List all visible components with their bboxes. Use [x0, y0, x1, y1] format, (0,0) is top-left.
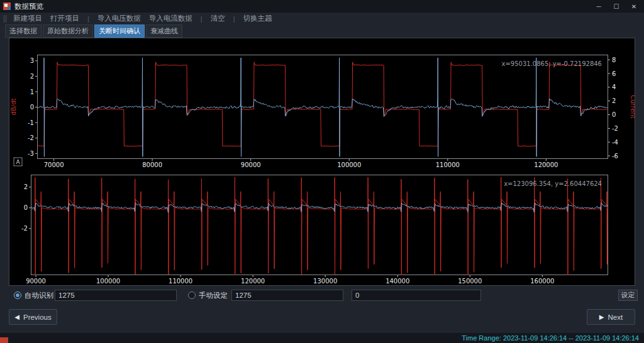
time-range-text: Time Range: 2023-11-09 14:26:14 -- 2023-… — [462, 334, 639, 342]
svg-text:x=95031.0865, y=-0.72192846: x=95031.0865, y=-0.72192846 — [502, 60, 602, 67]
set-button[interactable]: 设定 — [618, 290, 638, 301]
svg-text:0: 0 — [612, 111, 616, 118]
svg-text:0: 0 — [30, 104, 34, 111]
tab-decay-curve[interactable]: 衰减曲线 — [146, 24, 182, 38]
manual-set-radio[interactable] — [188, 291, 196, 299]
svg-text:dB/dt: dB/dt — [10, 99, 17, 116]
bottom-chart[interactable]: 9000010000011000012000013000014000015000… — [9, 168, 635, 285]
menu-separator: | — [201, 15, 203, 23]
svg-text:-1: -1 — [28, 119, 34, 126]
svg-text:120000: 120000 — [241, 278, 265, 285]
close-icon[interactable]: ✕ — [625, 0, 643, 13]
app-window: 数据预览 ─ ☐ ✕ 新建项目 打开项目 | 导入电压数据 导入电流数据 | 清… — [0, 0, 644, 343]
svg-text:90000: 90000 — [26, 278, 46, 285]
svg-text:110000: 110000 — [436, 161, 460, 168]
svg-text:150000: 150000 — [458, 278, 482, 285]
svg-text:A: A — [16, 159, 20, 165]
svg-text:100000: 100000 — [96, 278, 120, 285]
statusbar: Time Range: 2023-11-09 14:26:14 -- 2023-… — [0, 333, 644, 343]
tab-raw-analysis[interactable]: 原始数据分析 — [43, 24, 93, 38]
svg-text:6: 6 — [612, 70, 616, 77]
previous-button[interactable]: ◀ Previous — [9, 309, 57, 325]
svg-text:3: 3 — [30, 57, 34, 64]
tab-select-data[interactable]: 选择数据 — [5, 24, 42, 38]
menu-separator: | — [87, 15, 89, 23]
svg-text:0: 0 — [24, 204, 28, 211]
svg-text:-2: -2 — [21, 225, 28, 232]
next-arrow-icon: ▶ — [599, 313, 604, 320]
svg-text:-6: -6 — [612, 153, 618, 160]
window-controls: ─ ☐ ✕ — [590, 0, 643, 13]
menu-import-voltage[interactable]: 导入电压数据 — [97, 14, 141, 23]
taskbar-fragment-icon — [0, 337, 8, 343]
previous-arrow-icon: ◀ — [14, 313, 19, 320]
svg-text:140000: 140000 — [386, 278, 409, 285]
manual-set-input[interactable] — [231, 290, 343, 301]
svg-text:-4: -4 — [612, 139, 618, 146]
svg-text:130000: 130000 — [313, 278, 337, 285]
tab-off-time-confirm[interactable]: 关断时间确认 — [94, 24, 145, 38]
minimize-icon[interactable]: ─ — [590, 0, 608, 13]
svg-text:x=123096.354, y=2.60447624: x=123096.354, y=2.60447624 — [504, 180, 602, 187]
chart-panel: 7000080000900001000001100001200003210-1-… — [9, 38, 635, 286]
svg-text:110000: 110000 — [169, 278, 192, 285]
svg-text:8: 8 — [612, 57, 616, 63]
next-label: Next — [608, 313, 623, 321]
menubar: 新建项目 打开项目 | 导入电压数据 导入电流数据 | 清空 | 切换主题 — [0, 13, 644, 24]
tabbar: 选择数据 原始数据分析 关断时间确认 衰减曲线 — [5, 24, 182, 38]
window-title: 数据预览 — [14, 2, 43, 11]
app-icon — [3, 3, 11, 10]
menu-separator: | — [233, 15, 235, 23]
menu-new-project[interactable]: 新建项目 — [13, 14, 42, 23]
menu-open-project[interactable]: 打开项目 — [50, 14, 79, 23]
svg-text:70000: 70000 — [44, 161, 64, 168]
svg-text:100000: 100000 — [337, 161, 361, 168]
manual-set-label: 手动设定 — [199, 291, 228, 300]
auto-detect-label: 自动识别 — [25, 291, 53, 300]
menu-switch-theme[interactable]: 切换主题 — [243, 14, 272, 23]
auto-detect-radio[interactable] — [14, 291, 21, 299]
svg-text:90000: 90000 — [241, 161, 261, 168]
toolbar-drag-handle-icon — [4, 15, 6, 23]
controls-row: 自动识别 手动设定 设定 — [0, 290, 644, 302]
maximize-icon[interactable]: ☐ — [608, 0, 625, 13]
svg-text:2: 2 — [24, 183, 28, 190]
svg-text:120000: 120000 — [534, 161, 558, 168]
offset-input[interactable] — [352, 290, 481, 301]
svg-text:4: 4 — [612, 84, 616, 90]
titlebar: 数据预览 ─ ☐ ✕ — [0, 0, 644, 13]
svg-text:2: 2 — [30, 73, 34, 80]
svg-text:80000: 80000 — [142, 161, 162, 168]
svg-text:-2: -2 — [28, 134, 34, 141]
menu-clear[interactable]: 清空 — [211, 14, 225, 23]
previous-label: Previous — [23, 313, 52, 321]
svg-text:160000: 160000 — [530, 278, 554, 285]
auto-detect-input[interactable] — [55, 290, 177, 301]
svg-text:-2: -2 — [612, 125, 618, 132]
next-button[interactable]: ▶ Next — [587, 309, 635, 325]
menu-import-current[interactable]: 导入电流数据 — [149, 14, 192, 23]
svg-text:1: 1 — [30, 89, 34, 95]
svg-text:Current: Current — [630, 95, 635, 119]
svg-text:2: 2 — [612, 97, 616, 104]
svg-text:-3: -3 — [28, 150, 34, 157]
top-chart[interactable]: 7000080000900001000001100001200003210-1-… — [9, 38, 635, 168]
